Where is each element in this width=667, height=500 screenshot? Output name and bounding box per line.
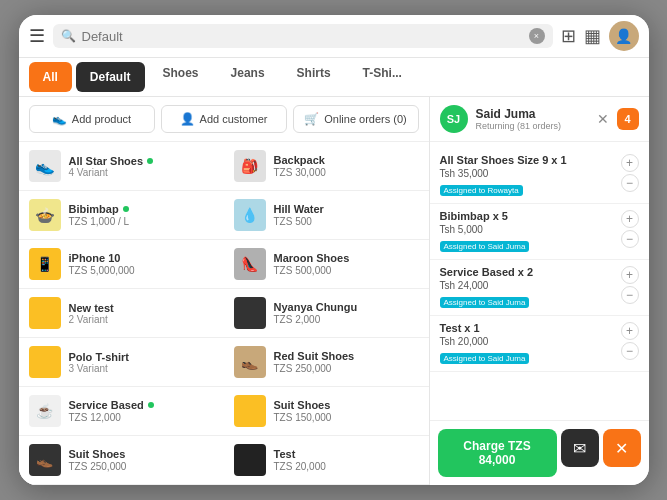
grid-icon[interactable]: ⊞ bbox=[561, 25, 576, 47]
product-name: All Star Shoes bbox=[69, 155, 214, 167]
order-item-info: Service Based x 2 Tsh 24,000 Assigned to… bbox=[440, 266, 615, 309]
qty-increase-button[interactable]: + bbox=[621, 154, 639, 172]
cancel-icon: ✕ bbox=[615, 439, 628, 458]
product-name: Polo T-shirt bbox=[69, 351, 214, 363]
order-item-price: Tsh 35,000 bbox=[440, 168, 615, 179]
order-item-bibimbap[interactable]: Bibimbap x 5 Tsh 5,000 Assigned to Said … bbox=[430, 204, 649, 260]
product-price: TZS 12,000 bbox=[69, 412, 214, 423]
product-thumb bbox=[29, 346, 61, 378]
tab-shirts[interactable]: Shirts bbox=[283, 58, 345, 96]
product-info: Red Suit Shoes TZS 250,000 bbox=[274, 350, 419, 374]
qty-controls: + − bbox=[621, 266, 639, 304]
product-polo[interactable]: Polo T-shirt 3 Variant bbox=[19, 338, 224, 387]
product-name: Red Suit Shoes bbox=[274, 350, 419, 362]
product-suitshoes[interactable]: 👞 Suit Shoes TZS 250,000 bbox=[19, 436, 224, 485]
email-icon: ✉ bbox=[573, 439, 586, 458]
product-price: TZS 250,000 bbox=[69, 461, 214, 472]
product-hillwater[interactable]: 💧 Hill Water TZS 500 bbox=[224, 191, 429, 240]
order-item-name: Bibimbap x 5 bbox=[440, 210, 615, 222]
tablet-frame: ☰ 🔍 × ⊞ ▦ 👤 All Default Shoes Jeans Shir… bbox=[19, 15, 649, 485]
in-stock-dot bbox=[148, 402, 154, 408]
qty-decrease-button[interactable]: − bbox=[621, 342, 639, 360]
product-variant: 2 Variant bbox=[69, 314, 214, 325]
product-test2[interactable]: Test TZS 20,000 bbox=[224, 436, 429, 485]
qty-controls: + − bbox=[621, 322, 639, 360]
qty-controls: + − bbox=[621, 154, 639, 192]
tab-default[interactable]: Default bbox=[76, 62, 145, 92]
email-button[interactable]: ✉ bbox=[561, 429, 599, 467]
qty-decrease-button[interactable]: − bbox=[621, 174, 639, 192]
order-item-test[interactable]: Test x 1 Tsh 20,000 Assigned to Said Jum… bbox=[430, 316, 649, 372]
order-item-name: Service Based x 2 bbox=[440, 266, 615, 278]
product-name: New test bbox=[69, 302, 214, 314]
product-backpack[interactable]: 🎒 Backpack TZS 30,000 bbox=[224, 142, 429, 191]
product-iphone10[interactable]: 📱 iPhone 10 TZS 5,000,000 bbox=[19, 240, 224, 289]
product-bibimbap[interactable]: 🍲 Bibimbap TZS 1,000 / L bbox=[19, 191, 224, 240]
avatar[interactable]: 👤 bbox=[609, 21, 639, 51]
add-product-icon: 👟 bbox=[52, 112, 67, 126]
qty-increase-button[interactable]: + bbox=[621, 210, 639, 228]
assigned-badge: Assigned to Said Juma bbox=[440, 297, 530, 308]
product-name: Suit Shoes bbox=[274, 399, 419, 411]
product-thumb: 👞 bbox=[234, 346, 266, 378]
customer-name: Said Juma bbox=[476, 107, 589, 121]
qty-controls: + − bbox=[621, 210, 639, 248]
product-suit2[interactable]: Suit Shoes TZS 150,000 bbox=[224, 387, 429, 436]
product-newtest[interactable]: New test 2 Variant bbox=[19, 289, 224, 338]
product-info: Nyanya Chungu TZS 2,000 bbox=[274, 301, 419, 325]
qty-increase-button[interactable]: + bbox=[621, 266, 639, 284]
hamburger-icon[interactable]: ☰ bbox=[29, 25, 45, 47]
products-grid: 👟 All Star Shoes 4 Variant 🎒 Backpack bbox=[19, 142, 429, 485]
product-info: Test TZS 20,000 bbox=[274, 448, 419, 472]
right-panel: SJ Said Juma Returning (81 orders) ✕ 4 A… bbox=[429, 97, 649, 485]
qty-increase-button[interactable]: + bbox=[621, 322, 639, 340]
product-thumb: 💧 bbox=[234, 199, 266, 231]
order-item-price: Tsh 5,000 bbox=[440, 224, 615, 235]
qty-decrease-button[interactable]: − bbox=[621, 286, 639, 304]
search-clear-button[interactable]: × bbox=[529, 28, 545, 44]
barcode-icon[interactable]: ▦ bbox=[584, 25, 601, 47]
cancel-button[interactable]: ✕ bbox=[603, 429, 641, 467]
product-info: Hill Water TZS 500 bbox=[274, 203, 419, 227]
online-orders-button[interactable]: 🛒 Online orders (0) bbox=[293, 105, 419, 133]
online-orders-label: Online orders (0) bbox=[324, 113, 407, 125]
left-panel: 👟 Add product 👤 Add customer 🛒 Online or… bbox=[19, 97, 429, 485]
bottom-actions: Charge TZS 84,000 ✉ ✕ bbox=[430, 420, 649, 485]
tab-jeans[interactable]: Jeans bbox=[217, 58, 279, 96]
search-input[interactable] bbox=[82, 29, 523, 44]
in-stock-dot bbox=[123, 206, 129, 212]
product-thumb: ☕ bbox=[29, 395, 61, 427]
customer-avatar: SJ bbox=[440, 105, 468, 133]
tab-tshirts[interactable]: T-Shi... bbox=[349, 58, 416, 96]
add-product-label: Add product bbox=[72, 113, 131, 125]
product-info: All Star Shoes 4 Variant bbox=[69, 155, 214, 178]
product-redsuit[interactable]: 👞 Red Suit Shoes TZS 250,000 bbox=[224, 338, 429, 387]
product-info: Bibimbap TZS 1,000 / L bbox=[69, 203, 214, 227]
product-price: TZS 20,000 bbox=[274, 461, 419, 472]
product-price: TZS 1,000 / L bbox=[69, 216, 214, 227]
tab-all[interactable]: All bbox=[29, 62, 72, 92]
search-box: 🔍 × bbox=[53, 24, 553, 48]
product-info: New test 2 Variant bbox=[69, 302, 214, 325]
product-thumb bbox=[234, 395, 266, 427]
order-item-name: Test x 1 bbox=[440, 322, 615, 334]
assigned-badge: Assigned to Rowayta bbox=[440, 185, 523, 196]
product-name: Nyanya Chungu bbox=[274, 301, 419, 313]
order-item-allstar[interactable]: All Star Shoes Size 9 x 1 Tsh 35,000 Ass… bbox=[430, 148, 649, 204]
qty-decrease-button[interactable]: − bbox=[621, 230, 639, 248]
order-item-service[interactable]: Service Based x 2 Tsh 24,000 Assigned to… bbox=[430, 260, 649, 316]
product-maroon[interactable]: 👠 Maroon Shoes TZS 500,000 bbox=[224, 240, 429, 289]
tab-shoes[interactable]: Shoes bbox=[149, 58, 213, 96]
product-nyanyachungu[interactable]: Nyanya Chungu TZS 2,000 bbox=[224, 289, 429, 338]
product-allstar[interactable]: 👟 All Star Shoes 4 Variant bbox=[19, 142, 224, 191]
order-item-price: Tsh 24,000 bbox=[440, 280, 615, 291]
product-price: TZS 500,000 bbox=[274, 265, 419, 276]
product-servicebased[interactable]: ☕ Service Based TZS 12,000 bbox=[19, 387, 224, 436]
add-customer-button[interactable]: 👤 Add customer bbox=[161, 105, 287, 133]
search-icon: 🔍 bbox=[61, 29, 76, 43]
product-price: TZS 150,000 bbox=[274, 412, 419, 423]
add-product-button[interactable]: 👟 Add product bbox=[29, 105, 155, 133]
close-customer-button[interactable]: ✕ bbox=[597, 111, 609, 127]
product-thumb: 👞 bbox=[29, 444, 61, 476]
charge-button[interactable]: Charge TZS 84,000 bbox=[438, 429, 557, 477]
